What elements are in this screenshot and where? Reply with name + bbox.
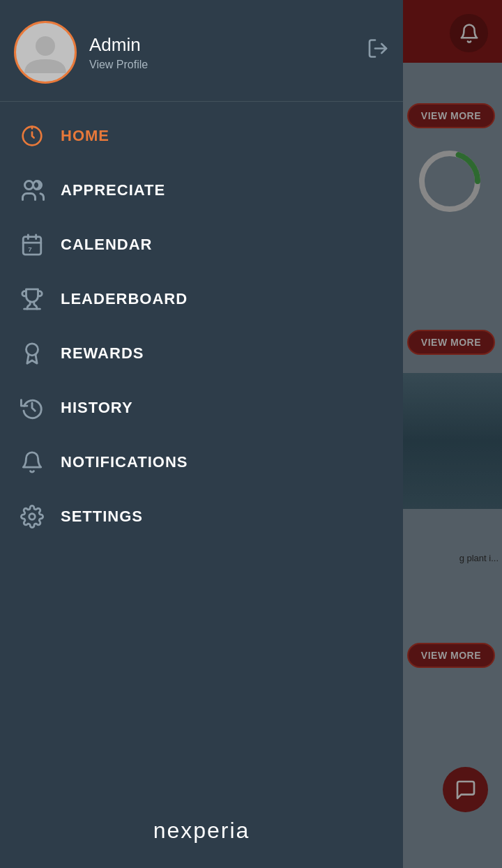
- sidebar-item-label-calendar: CALENDAR: [61, 236, 152, 254]
- sidebar-item-label-appreciate: APPRECIATE: [61, 181, 165, 199]
- drawer-header: Admin View Profile: [0, 0, 403, 102]
- sidebar-item-leaderboard[interactable]: LEADERBOARD: [0, 272, 403, 326]
- sidebar-item-settings[interactable]: SETTINGS: [0, 489, 403, 544]
- sidebar-item-rewards[interactable]: REWARDS: [0, 326, 403, 381]
- avatar-silhouette-icon: [21, 28, 70, 77]
- calendar-icon: 7: [17, 230, 47, 259]
- svg-point-2: [36, 36, 55, 56]
- settings-icon: [17, 502, 47, 531]
- svg-text:7: 7: [28, 245, 32, 253]
- nav-list: HOME APPRECIATE: [0, 102, 403, 804]
- user-info: Admin View Profile: [89, 34, 389, 71]
- sidebar-item-appreciate[interactable]: APPRECIATE: [0, 163, 403, 218]
- drawer-footer: nexperia: [0, 804, 403, 868]
- sidebar-item-label-home: HOME: [61, 127, 109, 145]
- drawer-overlay[interactable]: [401, 0, 502, 868]
- sidebar-item-label-rewards: REWARDS: [61, 344, 144, 363]
- home-icon: [17, 121, 47, 151]
- sidebar-item-label-notifications: NOTIFICATIONS: [61, 453, 188, 471]
- logout-icon: [367, 37, 389, 59]
- view-profile-link[interactable]: View Profile: [89, 59, 389, 71]
- user-name: Admin: [89, 34, 389, 56]
- sidebar-item-label-settings: SETTINGS: [61, 508, 143, 526]
- logout-button[interactable]: [367, 37, 389, 64]
- sidebar-item-home[interactable]: HOME: [0, 109, 403, 163]
- appreciate-icon: [17, 176, 47, 205]
- leaderboard-icon: [17, 284, 47, 314]
- history-icon: [17, 393, 47, 422]
- avatar[interactable]: [14, 21, 77, 84]
- navigation-drawer: Admin View Profile HOME: [0, 0, 403, 868]
- brand-name: nexperia: [14, 818, 389, 844]
- sidebar-item-notifications[interactable]: NOTIFICATIONS: [0, 435, 403, 489]
- notifications-icon: [17, 448, 47, 477]
- rewards-icon: [17, 339, 47, 368]
- svg-rect-8: [23, 237, 41, 255]
- sidebar-item-label-leaderboard: LEADERBOARD: [61, 290, 188, 308]
- sidebar-item-calendar[interactable]: 7 CALENDAR: [0, 218, 403, 272]
- svg-point-6: [25, 181, 33, 190]
- sidebar-item-label-history: HISTORY: [61, 399, 133, 417]
- sidebar-item-history[interactable]: HISTORY: [0, 381, 403, 435]
- svg-point-14: [29, 514, 36, 520]
